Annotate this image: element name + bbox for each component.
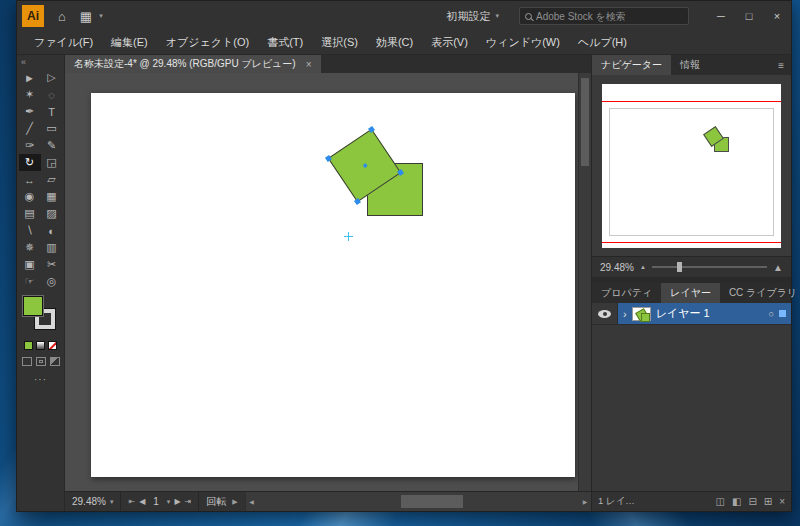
menu-help[interactable]: ヘルプ(H)	[569, 35, 636, 50]
vertical-scrollbar[interactable]	[578, 73, 591, 491]
new-layer-icon[interactable]: ⊞	[764, 496, 772, 507]
menu-type[interactable]: 書式(T)	[258, 35, 312, 50]
arrange-documents-icon[interactable]: ▦	[73, 9, 99, 24]
delete-selection-icon[interactable]: ×	[779, 496, 785, 507]
maximize-button[interactable]: □	[735, 1, 763, 31]
canvas[interactable]	[65, 73, 591, 491]
lasso-tool[interactable]: ◌	[41, 86, 63, 103]
first-artboard-button[interactable]: ⇤	[128, 497, 135, 506]
zoom-out-icon[interactable]: ▲	[640, 264, 646, 270]
perspective-grid-tool[interactable]: ▦	[41, 188, 63, 205]
workspace-switcher[interactable]: 初期設定 ▾	[432, 9, 519, 24]
selection-tool[interactable]: ►	[19, 69, 41, 86]
menu-file[interactable]: ファイル(F)	[25, 35, 102, 50]
slice-tool[interactable]: ✂	[41, 256, 63, 273]
menu-effect[interactable]: 効果(C)	[367, 35, 422, 50]
layers-panel-footer: 1 レイ… ◫ ◧ ⊟ ⊞ ×	[592, 491, 791, 511]
next-artboard-button[interactable]: ▶	[174, 497, 180, 506]
menubar: ファイル(F) 編集(E) オブジェクト(O) 書式(T) 選択(S) 効果(C…	[17, 31, 791, 55]
artboard-number-dropdown[interactable]: 1	[149, 496, 163, 507]
tab-layers[interactable]: レイヤー	[661, 283, 720, 303]
navigator-zoom-slider[interactable]	[652, 261, 767, 273]
layer-name[interactable]: レイヤー 1	[656, 306, 710, 321]
last-artboard-button[interactable]: ⇥	[185, 497, 192, 506]
artboard	[91, 93, 575, 477]
pen-tool[interactable]: ✒	[19, 103, 41, 120]
width-tool[interactable]: ↔	[19, 171, 41, 188]
search-input[interactable]	[536, 11, 683, 22]
menu-select[interactable]: 選択(S)	[312, 35, 367, 50]
center-point[interactable]	[362, 163, 368, 169]
scale-tool[interactable]: ◲	[41, 154, 63, 171]
chevron-down-icon: ▾	[99, 12, 109, 20]
scroll-left-icon[interactable]: ◀	[246, 492, 258, 511]
home-icon[interactable]: ⌂	[51, 9, 73, 24]
direct-selection-tool[interactable]: ▷	[41, 69, 63, 86]
collect-for-export-icon[interactable]: ◫	[715, 496, 724, 507]
gradient-tool[interactable]: ▨	[41, 205, 63, 222]
minimize-button[interactable]: ─	[707, 1, 735, 31]
shape-builder-tool[interactable]: ◉	[19, 188, 41, 205]
draw-normal-mode-button[interactable]	[22, 357, 32, 366]
symbol-sprayer-tool[interactable]: ✵	[19, 239, 41, 256]
hand-tool[interactable]: ☞	[19, 273, 41, 290]
layer-row-selected[interactable]: › レイヤー 1 ○	[618, 303, 791, 324]
current-tool-status[interactable]: 回転 ▶	[199, 492, 244, 511]
scroll-right-icon[interactable]: ▶	[579, 492, 591, 511]
tab-navigator[interactable]: ナビゲーター	[592, 55, 671, 75]
zoom-level-value: 29.48%	[72, 496, 106, 507]
panel-menu-icon[interactable]: ≡	[771, 55, 791, 75]
free-transform-tool[interactable]: ▱	[41, 171, 63, 188]
horizontal-scrollbar-thumb[interactable]	[401, 495, 463, 508]
type-tool[interactable]: T	[41, 103, 63, 120]
zoom-in-icon[interactable]: ▲	[773, 262, 783, 273]
color-button[interactable]	[24, 341, 33, 350]
previous-artboard-button[interactable]: ◀	[139, 497, 145, 506]
adobe-stock-search[interactable]	[519, 7, 689, 25]
horizontal-scrollbar[interactable]: ◀ ▶	[245, 492, 591, 511]
menu-edit[interactable]: 編集(E)	[102, 35, 157, 50]
edit-toolbar-button[interactable]: ···	[34, 374, 47, 385]
paintbrush-tool[interactable]: ✑	[19, 137, 41, 154]
rotate-tool[interactable]: ↻	[19, 154, 41, 171]
tab-info[interactable]: 情報	[671, 55, 709, 75]
document-tab[interactable]: 名称未設定-4* @ 29.48% (RGB/GPU プレビュー) ×	[65, 55, 321, 73]
target-circle-icon[interactable]: ○	[769, 309, 774, 319]
draw-inside-mode-button[interactable]	[50, 357, 60, 366]
artboard-tool[interactable]: ▣	[19, 256, 41, 273]
zoom-level-dropdown[interactable]: 29.48% ▾	[65, 492, 121, 511]
rectangle-tool[interactable]: ▭	[41, 120, 63, 137]
fill-color-swatch[interactable]	[23, 296, 43, 316]
none-button[interactable]	[48, 341, 57, 350]
vertical-scrollbar-thumb[interactable]	[581, 78, 589, 166]
navigator-zoom-value[interactable]: 29.48%	[600, 262, 634, 273]
new-sublayer-icon[interactable]: ⊟	[748, 496, 756, 507]
magic-wand-tool[interactable]: ✶	[19, 86, 41, 103]
expand-layer-icon[interactable]: ›	[623, 308, 627, 320]
illustrator-logo: Ai	[22, 5, 44, 27]
blend-tool[interactable]: ◐	[41, 222, 63, 239]
toolbar-collapse-icon[interactable]: «	[17, 55, 64, 69]
close-tab-icon[interactable]: ×	[306, 59, 312, 70]
navigator-tabbar: ナビゲーター 情報 ≡	[592, 55, 791, 75]
layer-row[interactable]: › レイヤー 1 ○	[592, 303, 791, 325]
gradient-button[interactable]	[36, 341, 45, 350]
eyedropper-tool[interactable]: ∖	[19, 222, 41, 239]
close-button[interactable]: ×	[763, 1, 791, 31]
line-segment-tool[interactable]: ╱	[19, 120, 41, 137]
pencil-tool[interactable]: ✎	[41, 137, 63, 154]
zoom-slider-thumb[interactable]	[677, 262, 682, 272]
menu-object[interactable]: オブジェクト(O)	[157, 35, 258, 50]
visibility-toggle[interactable]	[592, 303, 618, 324]
column-graph-tool[interactable]: ▥	[41, 239, 63, 256]
tab-cc-libraries[interactable]: CC ライブラリ	[720, 283, 800, 303]
zoom-tool[interactable]: ◎	[41, 273, 63, 290]
menu-view[interactable]: 表示(V)	[422, 35, 477, 50]
menu-window[interactable]: ウィンドウ(W)	[477, 35, 569, 50]
navigator-proxy-preview[interactable]	[602, 84, 781, 248]
draw-behind-mode-button[interactable]	[36, 357, 46, 366]
mesh-tool[interactable]: ▤	[19, 205, 41, 222]
make-clipping-mask-icon[interactable]: ◧	[732, 496, 741, 507]
tab-properties[interactable]: プロパティ	[592, 283, 661, 303]
chevron-down-icon: ▾	[167, 498, 171, 506]
